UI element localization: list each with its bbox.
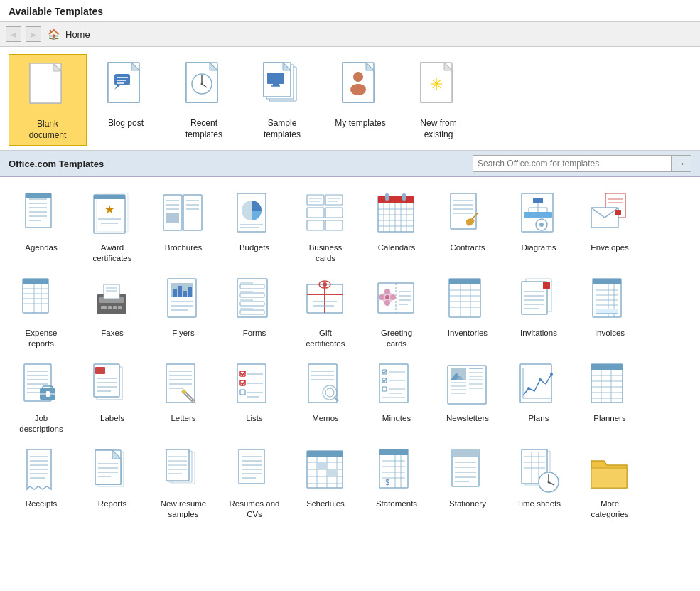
- tpl-plans[interactable]: Plans: [503, 355, 574, 440]
- tpl-expense[interactable]: Expensereports: [6, 270, 77, 355]
- nav-path: Home: [65, 29, 90, 40]
- recent-label: Recenttemplates: [185, 118, 222, 140]
- svg-point-29: [353, 72, 363, 82]
- recent-icon: [179, 58, 229, 115]
- stationery-icon: [443, 446, 492, 496]
- faxes-label: Faxes: [101, 328, 123, 339]
- svg-rect-268: [591, 364, 623, 403]
- tpl-bizcards[interactable]: Businesscards: [290, 184, 361, 270]
- svg-rect-23: [267, 73, 284, 84]
- search-button[interactable]: →: [672, 155, 691, 172]
- back-button[interactable]: ◀: [6, 26, 21, 42]
- tpl-memos[interactable]: Memos: [290, 355, 361, 440]
- sample-label: Sampletemplates: [264, 118, 301, 140]
- home-icon[interactable]: 🏠: [45, 26, 61, 42]
- svg-rect-107: [615, 210, 621, 215]
- tpl-schedules[interactable]: Schedules: [290, 440, 361, 526]
- svg-rect-327: [452, 449, 479, 457]
- tpl-newsletters[interactable]: Newsletters: [432, 355, 503, 440]
- top-item-sample[interactable]: Sampletemplates: [243, 54, 321, 146]
- tpl-statements[interactable]: $ Statements: [361, 440, 432, 526]
- reports-label: Reports: [98, 499, 126, 509]
- memos-icon: [301, 361, 350, 410]
- svg-point-267: [550, 373, 553, 376]
- receipts-label: Receipts: [26, 499, 58, 509]
- top-item-blank[interactable]: Blankdocument: [9, 54, 87, 146]
- tpl-flyers[interactable]: Flyers: [148, 270, 219, 355]
- resumes-icon: [230, 446, 279, 496]
- tpl-calendars[interactable]: Calendars: [361, 184, 432, 270]
- svg-rect-83: [385, 193, 389, 201]
- tpl-greeting[interactable]: Greetingcards: [361, 270, 432, 355]
- top-item-my[interactable]: My templates: [321, 54, 399, 146]
- tpl-letters[interactable]: Letters: [148, 355, 219, 440]
- tpl-stationery[interactable]: Stationery: [432, 440, 503, 526]
- top-item-newexisting[interactable]: ✳ New fromexisting: [399, 54, 478, 146]
- tpl-forms[interactable]: Forms: [219, 270, 290, 355]
- tpl-budgets[interactable]: Budgets: [219, 184, 290, 270]
- contracts-label: Contracts: [450, 243, 485, 253]
- tpl-reports[interactable]: Reports: [77, 440, 148, 526]
- svg-rect-120: [113, 306, 117, 309]
- calendars-label: Calendars: [378, 243, 415, 253]
- faxes-icon: [87, 275, 137, 325]
- tpl-brochures[interactable]: Brochures: [148, 184, 219, 270]
- tpl-agendas[interactable]: Agendas: [6, 184, 77, 270]
- top-item-recent[interactable]: Recenttemplates: [165, 54, 243, 146]
- expense-icon: [16, 275, 66, 325]
- tpl-timesheets[interactable]: Time sheets: [503, 440, 574, 526]
- my-icon: [335, 58, 385, 115]
- tpl-award[interactable]: ★ Awardcertificates: [77, 184, 148, 270]
- search-input[interactable]: [473, 155, 672, 172]
- resume-new-label: New resumesamples: [161, 499, 207, 520]
- forward-button[interactable]: ▶: [26, 26, 41, 42]
- tpl-resume-new[interactable]: New resumesamples: [148, 440, 219, 526]
- flyers-icon: [158, 275, 208, 325]
- lists-icon: [230, 361, 279, 410]
- invoices-icon: [585, 275, 635, 325]
- svg-rect-35: [26, 193, 51, 228]
- top-item-blog[interactable]: Blog post: [87, 54, 165, 146]
- svg-rect-42: [26, 193, 51, 198]
- agendas-label: Agendas: [25, 243, 57, 253]
- tpl-invitations[interactable]: Invitations: [503, 270, 574, 355]
- tpl-faxes[interactable]: Faxes: [77, 270, 148, 355]
- svg-point-154: [384, 300, 390, 306]
- svg-rect-100: [542, 212, 552, 218]
- tpl-labels[interactable]: Labels: [77, 355, 148, 440]
- tpl-invoices[interactable]: Invoices: [574, 270, 645, 355]
- office-section-bar: Office.com Templates →: [0, 151, 700, 177]
- schedules-icon: [301, 446, 350, 496]
- gift-label: Giftcertificates: [306, 328, 345, 349]
- letters-icon: [158, 361, 208, 410]
- blank-icon: [23, 59, 72, 116]
- nav-bar: ◀ ▶ 🏠 Home: [0, 22, 700, 47]
- svg-rect-186: [596, 309, 618, 314]
- tpl-contracts[interactable]: Contracts: [432, 184, 503, 270]
- letters-label: Letters: [171, 413, 195, 424]
- svg-rect-99: [533, 212, 543, 218]
- tpl-gift[interactable]: Giftcertificates: [290, 270, 361, 355]
- tpl-minutes[interactable]: Minutes: [361, 355, 432, 440]
- tpl-job[interactable]: Jobdescriptions: [6, 355, 77, 440]
- tpl-planners[interactable]: Planners: [574, 355, 645, 440]
- reports-icon: [87, 446, 137, 496]
- tpl-more[interactable]: Morecategories: [574, 440, 645, 526]
- tpl-lists[interactable]: Lists: [219, 355, 290, 440]
- svg-point-102: [539, 223, 544, 227]
- svg-rect-98: [524, 212, 534, 218]
- labels-icon: [87, 361, 137, 410]
- tpl-receipts[interactable]: Receipts: [6, 440, 77, 526]
- inventories-icon: [443, 275, 492, 325]
- tpl-envelopes[interactable]: Envelopes: [574, 184, 645, 270]
- svg-point-153: [384, 289, 390, 294]
- calendars-icon: [372, 190, 421, 240]
- svg-rect-172: [543, 282, 550, 289]
- envelopes-label: Envelopes: [591, 243, 629, 253]
- tpl-resumes[interactable]: Resumes andCVs: [219, 440, 290, 526]
- resumes-label: Resumes andCVs: [230, 499, 280, 520]
- schedules-label: Schedules: [306, 499, 345, 509]
- svg-point-17: [201, 83, 203, 85]
- tpl-inventories[interactable]: Inventories: [432, 270, 503, 355]
- tpl-diagrams[interactable]: Diagrams: [503, 184, 574, 270]
